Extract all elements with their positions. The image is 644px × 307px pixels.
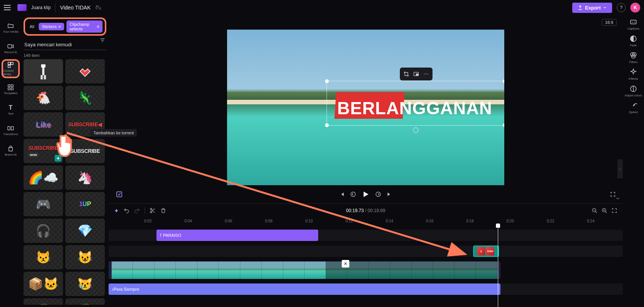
tooltip: Tambahkan ke torrent <box>90 129 137 137</box>
sticker-track: ||SUBS <box>109 246 623 257</box>
resize-handle[interactable] <box>325 79 329 83</box>
sticker-item[interactable]: 💎 <box>65 219 105 243</box>
user-avatar[interactable]: K <box>630 3 640 13</box>
close-icon[interactable]: ✕ <box>96 25 99 29</box>
sticker-item[interactable]: 🍒 <box>24 298 63 305</box>
chevron-down-icon[interactable] <box>615 196 620 201</box>
filter-tags-row: All Stickers✕ Clipchamp selects✕ <box>24 17 106 36</box>
rotate-handle[interactable] <box>413 128 418 133</box>
aspect-ratio-badge[interactable]: 16:9 <box>602 19 617 26</box>
close-icon[interactable]: ✕ <box>58 25 61 29</box>
sticker-clip[interactable]: ||SUBS <box>473 246 499 257</box>
sticker-item[interactable] <box>65 59 105 83</box>
sticker-item[interactable]: 🎧 <box>24 219 63 243</box>
filter-all[interactable]: All <box>27 23 36 30</box>
rail-speed[interactable]: Speed <box>624 102 642 114</box>
magic-icon[interactable] <box>115 190 123 198</box>
resize-handle[interactable] <box>503 79 504 83</box>
video-clip[interactable] <box>109 261 500 279</box>
rail-brand-kit[interactable]: Brand kit <box>2 141 20 160</box>
crop-icon[interactable] <box>402 70 410 78</box>
cursor-hand-icon <box>56 133 77 159</box>
fit-icon[interactable] <box>611 208 617 214</box>
timeline-toolbar: ✦ 00:19.73 / 00:19.89 <box>109 204 623 217</box>
search-input[interactable] <box>24 39 106 50</box>
text-clip[interactable]: T PARAISO <box>156 230 318 241</box>
help-button[interactable]: ? <box>617 3 626 12</box>
resize-handle[interactable] <box>325 123 329 127</box>
svg-point-18 <box>376 192 380 197</box>
selection-box[interactable] <box>327 81 504 126</box>
rail-text[interactable]: T Text <box>2 100 20 119</box>
layout-icon <box>7 84 14 91</box>
sticker-item[interactable]: 🌈☁️ <box>24 165 63 190</box>
sparkle-icon[interactable]: ✦ <box>114 207 119 214</box>
export-button[interactable]: Export <box>572 3 612 13</box>
rail-record[interactable]: Record & <box>2 39 20 58</box>
audio-clip[interactable]: ♪ Para Siempre <box>109 283 500 295</box>
svg-rect-13 <box>44 75 46 79</box>
pip-icon[interactable] <box>412 70 420 78</box>
selection-toolbar: ⋯ <box>400 68 432 80</box>
divider <box>55 3 55 12</box>
step-fwd-icon[interactable] <box>375 191 381 197</box>
sticker-item[interactable]: 1UP <box>65 192 105 216</box>
rail-filters[interactable]: Filters <box>624 52 642 64</box>
svg-rect-2 <box>11 62 13 65</box>
sticker-item[interactable]: 🦄 <box>65 165 105 190</box>
zoom-out-icon[interactable] <box>592 208 598 214</box>
redo-icon[interactable] <box>134 208 140 214</box>
search-settings-icon[interactable] <box>99 37 106 44</box>
sticker-item[interactable]: 📦🐱 <box>24 272 63 296</box>
folder-icon <box>7 22 14 29</box>
step-back-icon[interactable] <box>350 191 356 197</box>
collapse-right-button[interactable]: ‹ <box>617 159 623 178</box>
svg-point-17 <box>351 192 355 197</box>
rail-effects[interactable]: Effects <box>624 68 642 80</box>
play-button[interactable] <box>361 190 370 198</box>
more-icon[interactable]: ⋯ <box>422 70 430 78</box>
undo-icon[interactable] <box>123 208 129 214</box>
svg-rect-4 <box>8 85 10 87</box>
sticker-item[interactable]: 🦎 <box>65 86 105 110</box>
ruler-tick: 0:20 <box>507 219 514 223</box>
rail-transitions[interactable]: Transitions <box>2 121 20 140</box>
rail-captions[interactable]: Captions <box>624 18 642 30</box>
sticker-item[interactable]: 🎮 <box>24 192 63 216</box>
rail-adjust-colors[interactable]: Adjust colors <box>624 85 642 97</box>
rail-your-media[interactable]: Your media <box>2 18 20 37</box>
scissors-icon[interactable] <box>150 208 156 214</box>
skip-end-icon[interactable] <box>387 191 393 197</box>
playhead[interactable] <box>498 226 498 307</box>
ruler-tick: 0:02 <box>144 219 152 223</box>
ruler-tick: 0:22 <box>547 219 554 223</box>
rail-content-library[interactable]: Content library <box>2 59 20 78</box>
sticker-item[interactable]: 🐔 <box>24 86 63 110</box>
zoom-in-icon[interactable] <box>601 208 608 214</box>
adjust-icon <box>630 85 637 93</box>
skip-start-icon[interactable] <box>339 191 345 197</box>
rail-fade[interactable]: Fade <box>624 35 642 47</box>
sticker-item[interactable]: 🍒 <box>65 298 105 305</box>
sticker-item[interactable]: 😺 <box>65 245 105 269</box>
trash-icon[interactable] <box>160 208 166 214</box>
menu-icon[interactable] <box>4 3 13 12</box>
filter-clipchamp-selects[interactable]: Clipchamp selects✕ <box>66 20 103 33</box>
ruler-tick: 0:18 <box>466 219 474 223</box>
video-preview[interactable]: ⋯ BERLANGGANAN <box>227 30 504 185</box>
project-title[interactable]: Video TIDAK <box>60 5 90 11</box>
ruler-tick: 0:24 <box>587 219 594 223</box>
chevron-down-icon <box>603 6 607 9</box>
timeline: ✦ 00:19.73 / 00:19.89 0:020:040:060:080:… <box>109 203 623 307</box>
sticker-item[interactable] <box>24 59 63 83</box>
resize-handle[interactable] <box>503 123 504 127</box>
timeline-ruler[interactable]: 0:020:040:060:080:100:120:140:160:180:20… <box>109 217 623 226</box>
sticker-item[interactable]: 😿 <box>65 272 105 296</box>
svg-rect-5 <box>11 85 13 87</box>
rail-label: Brand kit <box>5 153 17 156</box>
rail-templates[interactable]: Templates <box>2 80 20 99</box>
sticker-item[interactable]: 😾 <box>24 245 63 269</box>
trim-indicator-icon[interactable]: ✕ <box>342 260 349 268</box>
filter-stickers[interactable]: Stickers✕ <box>39 23 64 30</box>
upload-icon <box>578 5 583 10</box>
